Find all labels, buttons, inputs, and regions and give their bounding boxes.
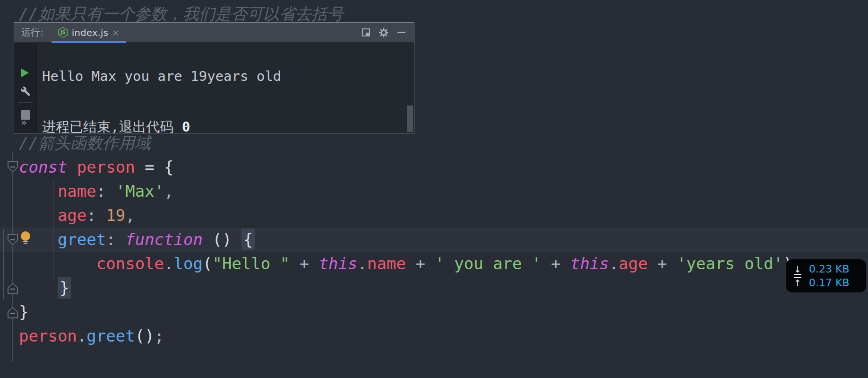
close-tab-icon[interactable]: × (112, 27, 120, 38)
code-token: person (77, 158, 135, 176)
download-speed-value: 0.23 KB (809, 263, 850, 275)
upload-speed-value: 0.17 KB (809, 277, 850, 289)
fold-connector-line (12, 172, 13, 234)
code-token: this (570, 254, 609, 273)
code-token (19, 278, 58, 297)
code-token (106, 182, 115, 201)
code-token: { (241, 229, 255, 250)
code-token: name (58, 182, 96, 201)
code-token: ( (203, 254, 212, 273)
code-token (19, 206, 58, 225)
console-scrollbar[interactable] (407, 105, 413, 132)
code-token: . (77, 326, 86, 345)
code-token: 'Max' (116, 182, 164, 201)
code-token: ' you are ' (435, 254, 541, 273)
dock-window-icon[interactable] (362, 28, 370, 36)
fold-connector-line (12, 152, 13, 161)
upload-icon: ↑ (793, 277, 802, 289)
fold-region-line (3, 229, 4, 299)
code-token (67, 158, 77, 176)
code-token: this (319, 254, 358, 273)
code-token: } (19, 302, 28, 321)
console-exit-line: 进程已结束,退出代码 0 (42, 119, 190, 135)
code-token: //箭头函数作用域 (19, 133, 151, 152)
console-output-line: Hello Max you are 19years old (42, 68, 281, 84)
code-token: } (58, 277, 71, 299)
run-toolbar: » (14, 43, 37, 133)
run-tab-label: index.js (72, 27, 108, 38)
code-token: () (135, 326, 155, 345)
code-line: } (0, 276, 868, 300)
code-token (19, 254, 96, 273)
code-token: . (609, 254, 619, 273)
run-tab-indexjs[interactable]: JS index.js × (52, 23, 126, 43)
code-line: const person = { (0, 155, 868, 179)
code-line: greet: function () { (0, 228, 868, 252)
code-token: : (96, 182, 106, 201)
code-token: age (58, 206, 86, 225)
code-token: ; (155, 326, 164, 345)
toolbar-divider (18, 130, 33, 130)
code-token: : (106, 230, 115, 249)
code-token: = { (135, 158, 174, 176)
code-token: () (203, 230, 241, 249)
run-window-titlebar: 运行: JS index.js × (14, 23, 414, 43)
code-token (19, 182, 58, 201)
gear-icon[interactable] (379, 28, 388, 37)
fold-collapse-marker[interactable] (8, 234, 18, 245)
code-token: const (19, 158, 67, 176)
code-token (116, 230, 125, 249)
code-token: greet (58, 230, 106, 249)
code-token: "Hello " (212, 254, 290, 273)
code-token: function (125, 230, 203, 249)
fold-collapse-end-marker[interactable] (8, 283, 18, 294)
js-file-icon: JS (58, 27, 68, 38)
comment-text: //如果只有一个参数，我们是否可以省去括号 (19, 4, 344, 23)
code-token: , (125, 206, 135, 225)
code-line: age: 19, (0, 203, 868, 228)
code-line: name: 'Max', (0, 179, 868, 203)
indent-guide (53, 180, 54, 278)
code-token: . (164, 254, 173, 273)
code-token: age (619, 254, 647, 273)
fold-connector-line (12, 245, 13, 283)
code-token: + (290, 254, 318, 273)
fold-connector-line (12, 318, 13, 362)
code-token: name (367, 254, 406, 273)
run-tool-window: 运行: JS index.js × (14, 22, 414, 133)
code-token (96, 206, 106, 225)
code-token: + (406, 254, 435, 273)
code-token: . (358, 254, 367, 273)
code-token: + (648, 254, 677, 273)
code-token: console (96, 254, 164, 273)
code-token: person (19, 326, 77, 345)
run-window-title: 运行: (21, 26, 43, 39)
code-token: log (174, 254, 203, 273)
fold-collapse-end-marker[interactable] (8, 307, 18, 318)
download-icon: ↓ (793, 264, 802, 275)
fold-collapse-marker[interactable] (8, 161, 18, 172)
code-token: : (86, 206, 96, 225)
fold-connector-line (12, 294, 13, 307)
toolbar-divider (18, 102, 33, 103)
code-token: 19 (106, 206, 125, 225)
hide-window-icon[interactable] (397, 32, 405, 33)
intention-lightbulb-icon[interactable] (20, 231, 31, 245)
code-line: person.greet(); (0, 324, 868, 348)
code-line: } (0, 300, 868, 324)
code-token: 'years old' (677, 254, 783, 273)
code-token: + (541, 254, 570, 273)
exit-code-value: 0 (182, 119, 190, 135)
download-speed-row: ↓ 0.23 KB (793, 262, 866, 276)
wrench-settings-icon[interactable] (20, 86, 31, 97)
code-token: , (164, 182, 173, 201)
code-token: greet (86, 326, 135, 345)
rerun-icon[interactable] (21, 69, 29, 77)
network-speed-widget[interactable]: ↓ 0.23 KB ↑ 0.17 KB (786, 259, 866, 292)
code-line: console.log("Hello " + this.name + ' you… (0, 252, 868, 276)
more-chevrons-icon[interactable]: » (21, 116, 27, 128)
upload-speed-row: ↑ 0.17 KB (793, 276, 866, 290)
